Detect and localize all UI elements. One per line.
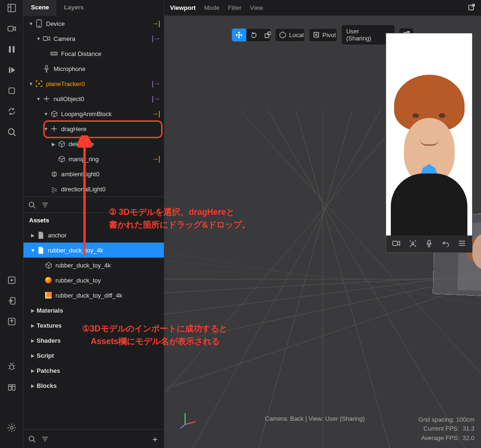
coord-space-button[interactable]: Local <box>275 28 305 42</box>
pause-icon[interactable] <box>7 44 17 55</box>
viewport-canvas[interactable]: Local Pivot User (Sharing)⌄ <box>164 16 481 448</box>
svg-rect-3 <box>13 46 15 53</box>
left-panel: Scene Layers ▼Device→| ▼Camera|→ Focal D… <box>23 0 164 448</box>
library-icon[interactable] <box>7 382 17 393</box>
tree-planetracker[interactable]: ▼planeTracker0|→ <box>23 76 164 91</box>
asset-script[interactable]: ▶Script <box>23 348 164 363</box>
scale-tool-button[interactable] <box>261 29 271 41</box>
status-avgfps: 32.0 <box>463 434 474 441</box>
tree-deleteme[interactable]: ▶deleteMe <box>23 136 164 151</box>
tree-camera[interactable]: ▼Camera|→ <box>23 31 164 46</box>
viewport-title: Viewport <box>170 4 196 11</box>
transform-mode-group <box>231 28 271 42</box>
tree-draghere[interactable]: ▼dragHere <box>23 121 164 136</box>
move-tool-button[interactable] <box>232 29 246 41</box>
asset-rubber-duck-mat[interactable]: rubber_duck_toy <box>23 273 164 288</box>
asset-label: Materials <box>37 307 164 314</box>
menu-mode[interactable]: Mode <box>204 4 220 11</box>
tree-directional[interactable]: directionalLight0 <box>23 181 164 196</box>
bug-icon[interactable] <box>7 362 17 372</box>
tree-microphone[interactable]: Microphone <box>23 61 164 76</box>
svg-rect-5 <box>9 88 15 94</box>
search-icon[interactable] <box>7 127 17 137</box>
status-avgfps-label: Average FPS: <box>421 434 459 441</box>
preview-mic-icon[interactable] <box>424 240 434 249</box>
search-icon[interactable] <box>28 201 36 209</box>
svg-rect-12 <box>12 385 15 390</box>
video-icon[interactable] <box>7 24 17 34</box>
export-icon[interactable] <box>7 316 17 327</box>
svg-point-20 <box>54 128 54 129</box>
asset-textures[interactable]: ▶Textures <box>23 318 164 333</box>
stop-icon[interactable] <box>7 86 17 96</box>
asset-label: Patches <box>37 367 164 374</box>
material-sphere-icon <box>45 277 52 283</box>
tab-scene[interactable]: Scene <box>23 0 56 16</box>
tree-nullobject[interactable]: ▼nullObject0|→ <box>23 91 164 106</box>
svg-rect-2 <box>9 46 11 53</box>
asset-anchor[interactable]: ▶anchor <box>23 228 164 243</box>
add-panel-icon[interactable] <box>7 275 17 285</box>
svg-rect-16 <box>43 37 47 40</box>
preview-camera-icon[interactable] <box>391 240 402 248</box>
assets-header: Assets <box>23 212 164 228</box>
svg-rect-11 <box>8 385 11 390</box>
tree-device[interactable]: ▼Device→| <box>23 16 164 31</box>
status-camera-view: Camera: Back | View: User (Sharing) <box>265 415 365 443</box>
svg-point-10 <box>10 365 14 369</box>
filter-icon[interactable] <box>41 435 49 443</box>
asset-label: rubber_duck_toy <box>55 277 164 284</box>
asset-blocks[interactable]: ▶Blocks <box>23 378 164 393</box>
layout-icon[interactable] <box>7 3 17 13</box>
left-toolbar <box>0 0 23 448</box>
svg-point-6 <box>8 129 14 134</box>
svg-point-22 <box>29 202 34 207</box>
asset-rubber-duck-mesh[interactable]: rubber_duck_toy_4k <box>23 258 164 273</box>
asset-rubber-duck-folder[interactable]: ▼rubber_duck_toy_4k <box>23 243 164 258</box>
tree-focal[interactable]: Focal Distance <box>23 46 164 61</box>
svg-rect-18 <box>46 65 47 69</box>
add-asset-button[interactable]: ＋ <box>151 433 159 445</box>
tree-label: ambientLight0 <box>61 171 160 178</box>
import-icon[interactable] <box>7 296 17 306</box>
popout-icon[interactable] <box>468 3 475 12</box>
tab-layers[interactable]: Layers <box>56 0 91 16</box>
asset-shaders[interactable]: ▶Shaders <box>23 333 164 348</box>
preview-undo-icon[interactable] <box>441 240 451 248</box>
asset-patches[interactable]: ▶Patches <box>23 363 164 378</box>
tree-label: LoopingAnimBlock <box>61 110 150 118</box>
scene-tree: ▼Device→| ▼Camera|→ Focal Distance Micro… <box>23 16 164 196</box>
rotate-tool-button[interactable] <box>246 29 261 41</box>
app-root: Scene Layers ▼Device→| ▼Camera|→ Focal D… <box>0 0 481 448</box>
asset-materials[interactable]: ▶Materials <box>23 303 164 318</box>
tree-loopinganim[interactable]: ▼LoopingAnimBlock→| <box>23 106 164 121</box>
menu-view[interactable]: View <box>250 4 263 11</box>
filter-icon[interactable] <box>41 201 49 209</box>
asset-label: Textures <box>37 322 164 329</box>
local-label: Local <box>289 31 304 39</box>
preview-face-icon[interactable] <box>408 240 418 249</box>
preview-menu-icon[interactable] <box>457 240 467 248</box>
tree-label: directionalLight0 <box>61 186 160 193</box>
refresh-icon[interactable] <box>7 106 17 117</box>
camera-preview-panel <box>386 33 473 253</box>
step-icon[interactable] <box>7 65 17 75</box>
settings-icon[interactable] <box>7 423 17 433</box>
asset-rubber-duck-tex[interactable]: rubber_duck_toy_diff_4k <box>23 288 164 303</box>
svg-rect-4 <box>9 67 10 73</box>
tree-ambient[interactable]: ambientLight0 <box>23 166 164 181</box>
search-icon[interactable] <box>28 435 36 443</box>
pivot-button[interactable]: Pivot <box>309 28 337 42</box>
svg-point-15 <box>39 26 39 27</box>
status-grid-spacing: Grid spacing: 100cm <box>419 415 474 424</box>
tree-label: Device <box>46 20 150 27</box>
tree-manipring[interactable]: manip_ring→| <box>23 151 164 166</box>
menu-filter[interactable]: Filter <box>228 4 241 11</box>
svg-point-23 <box>29 436 34 441</box>
asset-label: Script <box>37 352 164 359</box>
asset-label: rubber_duck_toy_4k <box>48 247 164 254</box>
viewport: Viewport Mode Filter View <box>164 0 481 448</box>
tree-label: nullObject0 <box>54 95 150 102</box>
asset-label: anchor <box>48 232 164 239</box>
svg-point-19 <box>46 98 47 99</box>
